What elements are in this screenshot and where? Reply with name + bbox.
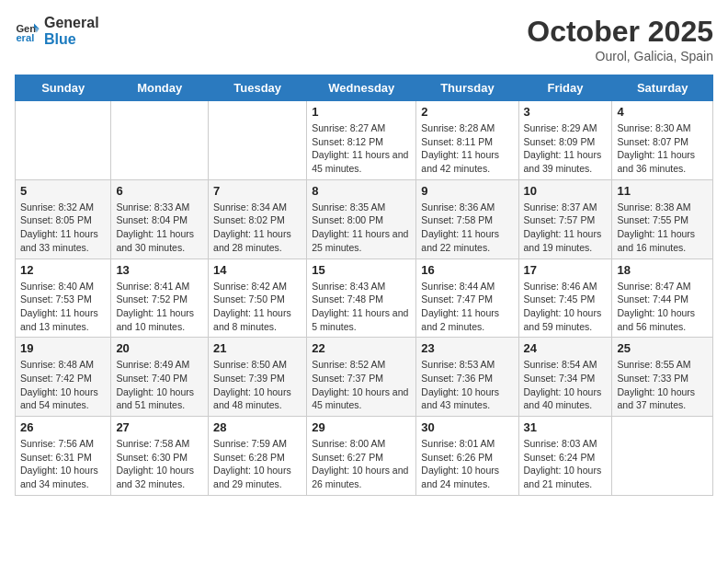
weekday-header: Sunday <box>16 75 111 101</box>
day-info: Sunrise: 8:54 AMSunset: 7:34 PMDaylight:… <box>524 358 608 412</box>
weekday-header: Tuesday <box>209 75 307 101</box>
location: Ourol, Galicia, Spain <box>527 49 713 63</box>
day-number: 22 <box>312 341 411 355</box>
day-info: Sunrise: 8:37 AMSunset: 7:57 PMDaylight:… <box>524 201 608 255</box>
day-info: Sunrise: 8:53 AMSunset: 7:36 PMDaylight:… <box>421 358 513 412</box>
title-block: October 2025 Ourol, Galicia, Spain <box>527 15 713 63</box>
calendar-cell: 6 Sunrise: 8:33 AMSunset: 8:04 PMDayligh… <box>111 179 209 259</box>
calendar-cell: 28 Sunrise: 7:59 AMSunset: 6:28 PMDaylig… <box>209 417 307 496</box>
day-number: 4 <box>617 105 708 119</box>
calendar-cell: 30 Sunrise: 8:01 AMSunset: 6:26 PMDaylig… <box>416 417 518 496</box>
day-number: 17 <box>524 263 608 277</box>
calendar-cell <box>612 417 713 496</box>
day-info: Sunrise: 8:27 AMSunset: 8:12 PMDaylight:… <box>312 121 411 176</box>
calendar-cell: 5 Sunrise: 8:32 AMSunset: 8:05 PMDayligh… <box>16 179 111 259</box>
day-info: Sunrise: 8:40 AMSunset: 7:53 PMDaylight:… <box>20 280 106 334</box>
weekday-header: Thursday <box>416 75 518 101</box>
day-info: Sunrise: 8:49 AMSunset: 7:40 PMDaylight:… <box>116 358 203 412</box>
calendar-cell: 22 Sunrise: 8:52 AMSunset: 7:37 PMDaylig… <box>307 338 416 417</box>
day-number: 15 <box>312 263 411 277</box>
calendar-cell: 4 Sunrise: 8:30 AMSunset: 8:07 PMDayligh… <box>612 101 713 180</box>
calendar-cell <box>209 101 307 180</box>
day-number: 1 <box>312 105 411 119</box>
day-info: Sunrise: 8:34 AMSunset: 8:02 PMDaylight:… <box>213 201 301 255</box>
logo-icon: Gen eral <box>15 18 40 44</box>
day-number: 7 <box>213 184 301 198</box>
day-number: 10 <box>524 184 608 198</box>
day-info: Sunrise: 8:00 AMSunset: 6:27 PMDaylight:… <box>312 437 411 491</box>
calendar-cell: 27 Sunrise: 7:58 AMSunset: 6:30 PMDaylig… <box>111 417 209 496</box>
calendar-cell: 15 Sunrise: 8:43 AMSunset: 7:48 PMDaylig… <box>307 259 416 338</box>
weekday-header: Monday <box>111 75 209 101</box>
day-info: Sunrise: 8:03 AMSunset: 6:24 PMDaylight:… <box>524 437 608 491</box>
calendar-cell: 17 Sunrise: 8:46 AMSunset: 7:45 PMDaylig… <box>518 259 612 338</box>
calendar-table: SundayMondayTuesdayWednesdayThursdayFrid… <box>15 75 713 496</box>
calendar-cell: 9 Sunrise: 8:36 AMSunset: 7:58 PMDayligh… <box>416 179 518 259</box>
day-number: 31 <box>524 420 608 434</box>
calendar-cell: 13 Sunrise: 8:41 AMSunset: 7:52 PMDaylig… <box>111 259 209 338</box>
logo-line1: General <box>44 15 99 31</box>
weekday-header: Friday <box>518 75 612 101</box>
calendar-cell: 31 Sunrise: 8:03 AMSunset: 6:24 PMDaylig… <box>518 417 612 496</box>
day-info: Sunrise: 8:30 AMSunset: 8:07 PMDaylight:… <box>617 121 708 176</box>
day-info: Sunrise: 8:44 AMSunset: 7:47 PMDaylight:… <box>421 280 513 334</box>
calendar-cell: 26 Sunrise: 7:56 AMSunset: 6:31 PMDaylig… <box>16 417 111 496</box>
day-number: 29 <box>312 420 411 434</box>
day-number: 6 <box>116 184 203 198</box>
day-number: 13 <box>116 263 203 277</box>
calendar-cell: 21 Sunrise: 8:50 AMSunset: 7:39 PMDaylig… <box>209 338 307 417</box>
calendar-cell: 3 Sunrise: 8:29 AMSunset: 8:09 PMDayligh… <box>518 101 612 180</box>
day-number: 20 <box>116 341 203 355</box>
page-header: Gen eral General Blue October 2025 Ourol… <box>15 15 713 63</box>
day-info: Sunrise: 8:33 AMSunset: 8:04 PMDaylight:… <box>116 201 203 255</box>
calendar-cell: 19 Sunrise: 8:48 AMSunset: 7:42 PMDaylig… <box>16 338 111 417</box>
day-number: 5 <box>20 184 106 198</box>
calendar-cell: 14 Sunrise: 8:42 AMSunset: 7:50 PMDaylig… <box>209 259 307 338</box>
day-info: Sunrise: 8:42 AMSunset: 7:50 PMDaylight:… <box>213 280 301 334</box>
calendar-cell: 1 Sunrise: 8:27 AMSunset: 8:12 PMDayligh… <box>307 101 416 180</box>
day-info: Sunrise: 8:43 AMSunset: 7:48 PMDaylight:… <box>312 280 411 334</box>
day-info: Sunrise: 8:48 AMSunset: 7:42 PMDaylight:… <box>20 358 106 412</box>
day-number: 2 <box>421 105 513 119</box>
day-number: 11 <box>617 184 708 198</box>
day-info: Sunrise: 8:55 AMSunset: 7:33 PMDaylight:… <box>617 358 708 412</box>
day-info: Sunrise: 8:50 AMSunset: 7:39 PMDaylight:… <box>213 358 301 412</box>
calendar-cell: 8 Sunrise: 8:35 AMSunset: 8:00 PMDayligh… <box>307 179 416 259</box>
logo-line2: Blue <box>44 31 99 48</box>
calendar-cell: 10 Sunrise: 8:37 AMSunset: 7:57 PMDaylig… <box>518 179 612 259</box>
month-title: October 2025 <box>527 15 713 49</box>
logo: Gen eral General Blue <box>15 15 99 47</box>
calendar-cell: 7 Sunrise: 8:34 AMSunset: 8:02 PMDayligh… <box>209 179 307 259</box>
day-number: 14 <box>213 263 301 277</box>
day-number: 16 <box>421 263 513 277</box>
day-info: Sunrise: 8:32 AMSunset: 8:05 PMDaylight:… <box>20 201 106 255</box>
day-info: Sunrise: 8:47 AMSunset: 7:44 PMDaylight:… <box>617 280 708 334</box>
day-number: 23 <box>421 341 513 355</box>
day-info: Sunrise: 8:01 AMSunset: 6:26 PMDaylight:… <box>421 437 513 491</box>
calendar-cell: 20 Sunrise: 8:49 AMSunset: 7:40 PMDaylig… <box>111 338 209 417</box>
day-number: 30 <box>421 420 513 434</box>
day-info: Sunrise: 8:38 AMSunset: 7:55 PMDaylight:… <box>617 201 708 255</box>
day-number: 18 <box>617 263 708 277</box>
day-number: 12 <box>20 263 106 277</box>
calendar-cell: 2 Sunrise: 8:28 AMSunset: 8:11 PMDayligh… <box>416 101 518 180</box>
day-number: 3 <box>524 105 608 119</box>
calendar-cell: 25 Sunrise: 8:55 AMSunset: 7:33 PMDaylig… <box>612 338 713 417</box>
svg-text:eral: eral <box>16 32 34 43</box>
day-number: 24 <box>524 341 608 355</box>
day-info: Sunrise: 8:46 AMSunset: 7:45 PMDaylight:… <box>524 280 608 334</box>
calendar-cell: 12 Sunrise: 8:40 AMSunset: 7:53 PMDaylig… <box>16 259 111 338</box>
day-number: 8 <box>312 184 411 198</box>
day-number: 26 <box>20 420 106 434</box>
day-number: 9 <box>421 184 513 198</box>
calendar-header: SundayMondayTuesdayWednesdayThursdayFrid… <box>16 75 713 101</box>
calendar-cell <box>16 101 111 180</box>
day-info: Sunrise: 7:56 AMSunset: 6:31 PMDaylight:… <box>20 437 106 491</box>
day-number: 27 <box>116 420 203 434</box>
day-info: Sunrise: 8:52 AMSunset: 7:37 PMDaylight:… <box>312 358 411 412</box>
calendar-cell: 29 Sunrise: 8:00 AMSunset: 6:27 PMDaylig… <box>307 417 416 496</box>
calendar-cell: 23 Sunrise: 8:53 AMSunset: 7:36 PMDaylig… <box>416 338 518 417</box>
day-number: 28 <box>213 420 301 434</box>
calendar-cell <box>111 101 209 180</box>
day-info: Sunrise: 8:29 AMSunset: 8:09 PMDaylight:… <box>524 121 608 176</box>
